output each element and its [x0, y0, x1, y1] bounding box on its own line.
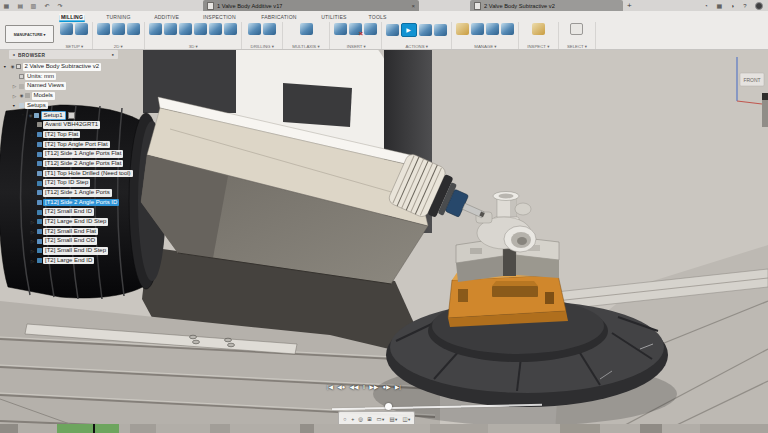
visibility-eye-icon[interactable]: ◉ — [10, 64, 14, 69]
remove-tool-icon[interactable] — [349, 23, 362, 35]
3d-adaptive-icon[interactable] — [149, 23, 162, 35]
expand-arrow-icon[interactable]: ▷ — [13, 84, 17, 89]
toolbar-group-label[interactable]: ACTIONS ▾ — [405, 44, 428, 49]
toolbar-group-label[interactable]: INSPECT ▾ — [528, 44, 550, 49]
slider-track[interactable] — [332, 404, 542, 410]
tree-item-label[interactable]: [T2] Top Angle Port Flat — [43, 141, 110, 149]
browser-collapse-icon[interactable]: ◂ — [12, 52, 14, 57]
tree-item-label[interactable]: [T2] Small End ID Step — [43, 247, 108, 255]
multi-axis-flow-icon[interactable] — [300, 23, 313, 35]
document-tab[interactable]: 1 Valve Body Additive v17× — [203, 0, 419, 11]
expand-arrow-icon[interactable]: ▷ — [31, 249, 35, 254]
new-setup-icon[interactable] — [60, 23, 73, 35]
tree-item-label[interactable]: [T12] Side 1 Angle Ports — [43, 189, 112, 197]
tab-inspection[interactable]: INSPECTION — [201, 13, 237, 20]
expand-arrow-icon[interactable]: ▷ — [31, 220, 35, 225]
expand-arrow-icon[interactable]: ▶ — [31, 210, 35, 214]
2d-pocket-icon[interactable] — [112, 23, 125, 35]
new-document-tab-button[interactable]: + — [627, 1, 632, 10]
tree-item-label[interactable]: [T1] Top Hole Drilled (Need tool) — [43, 170, 133, 178]
tool-pair-icon[interactable] — [364, 23, 377, 35]
expand-arrow-icon[interactable]: ▷ — [31, 258, 35, 263]
tree-item-label[interactable]: [T12] Side 2 Angle Ports Flat — [43, 160, 123, 168]
tree-item-label[interactable]: 2 Valve Body Subtractive v2 — [23, 63, 102, 71]
toolbar-group-label[interactable]: MULTI-AXIS ▾ — [293, 44, 320, 49]
tree-item-label[interactable]: Named Views — [25, 82, 66, 90]
tab-turning[interactable]: TURNING — [105, 13, 133, 20]
tree-item-label[interactable]: [T12] Side 2 Angle Ports ID — [43, 199, 119, 207]
pan-icon[interactable]: + — [351, 416, 354, 421]
zoom-icon[interactable]: ◎ — [358, 415, 363, 421]
avatar[interactable] — [755, 2, 763, 10]
drill-icon[interactable] — [248, 23, 261, 35]
fit-icon[interactable]: ⊞ — [368, 415, 373, 421]
close-tab-icon[interactable]: × — [411, 3, 415, 9]
tree-item-label[interactable]: Units: mm — [25, 73, 56, 81]
expand-arrow-icon[interactable]: ▾ — [4, 65, 8, 69]
tree-item-label[interactable]: Avanti VBH42GRT1 — [43, 121, 100, 129]
tab-tools[interactable]: TOOLS — [367, 13, 388, 20]
tree-item-label[interactable]: [T2] Large End ID — [43, 257, 94, 265]
tab-milling[interactable]: MILLING — [59, 13, 85, 20]
insert-tool-icon[interactable] — [334, 23, 347, 35]
3d-parallel-icon[interactable] — [194, 23, 207, 35]
expand-arrow-icon[interactable]: ▶ — [31, 152, 35, 156]
toolbar-group-label[interactable]: 2D ▾ — [114, 44, 123, 49]
tree-item-label[interactable]: [T2] Small End OD — [43, 237, 97, 245]
expand-arrow-icon[interactable]: ▶ — [31, 191, 35, 195]
help-icon[interactable]: ? — [743, 3, 746, 9]
toolbar-group-label[interactable]: DRILLING ▾ — [251, 44, 274, 49]
skip-to-end-button[interactable]: ▶| — [395, 383, 401, 391]
step-forward-button[interactable]: ▶▶ — [369, 383, 378, 391]
expand-arrow-icon[interactable]: ▷ — [13, 94, 17, 99]
right-edge-tab[interactable] — [762, 93, 768, 127]
tree-item-label[interactable]: [T12] Side 1 Angle Ports Flat — [43, 150, 123, 158]
expand-arrow-icon[interactable]: ▾ — [13, 103, 17, 107]
toolbar-group-label[interactable]: INSERT ▾ — [346, 44, 365, 49]
post-process-icon[interactable] — [419, 24, 432, 36]
browser-options-icon[interactable]: ● — [112, 52, 115, 56]
display-settings-icon[interactable]: ▭▾ — [377, 415, 385, 421]
expand-arrow-icon[interactable]: ▷ — [31, 239, 35, 244]
toolbar-group-label[interactable]: SETUP ▾ — [65, 44, 83, 49]
nc-program-icon[interactable] — [486, 23, 499, 35]
2d-face-icon[interactable] — [97, 23, 110, 35]
tool-library-icon[interactable] — [456, 23, 469, 35]
next-operation-button[interactable]: ●▶ — [382, 383, 390, 391]
task-manager-icon[interactable] — [471, 23, 484, 35]
tree-item-label[interactable]: [T2] Small End ID — [43, 208, 94, 216]
3d-spiral-icon[interactable] — [224, 23, 237, 35]
notifications-icon[interactable]: ◗ — [731, 3, 735, 9]
3d-contour-icon[interactable] — [179, 23, 192, 35]
expand-arrow-icon[interactable]: ▶ — [31, 171, 35, 175]
generate-icon[interactable] — [386, 24, 399, 36]
tree-item-label[interactable]: Setups — [25, 102, 48, 110]
viewports-icon[interactable]: ◫▾ — [402, 415, 410, 421]
expand-arrow-icon[interactable]: ▶ — [31, 200, 35, 204]
browser-header[interactable]: ◂ BROWSER ● — [9, 50, 118, 59]
progress-segment[interactable] — [57, 424, 119, 433]
tree-item-label[interactable]: [T2] Top ID Step — [43, 179, 90, 187]
tab-additive[interactable]: ADDITIVE — [152, 13, 180, 20]
undo-icon[interactable]: ↶ — [44, 3, 49, 9]
skip-to-start-button[interactable]: |◀ — [327, 383, 333, 391]
visibility-eye-icon[interactable]: ◉ — [28, 113, 32, 118]
2d-contour-icon[interactable] — [127, 23, 140, 35]
file-menu-icon[interactable]: ▤ — [17, 3, 23, 9]
expand-arrow-icon[interactable]: ▶ — [31, 142, 35, 146]
workspace-selector[interactable]: MANUFACTURE ▾ — [5, 25, 54, 43]
select-icon[interactable] — [570, 23, 583, 35]
bore-icon[interactable] — [263, 23, 276, 35]
orbit-icon[interactable]: ○ — [343, 416, 346, 421]
tree-item-label[interactable]: [T2] Small End Flat — [43, 228, 98, 236]
toolbar-group-label[interactable]: SELECT ▾ — [567, 44, 587, 49]
expand-arrow-icon[interactable]: ▶ — [31, 162, 35, 166]
measure-icon[interactable] — [532, 23, 545, 35]
save-icon[interactable]: ▥ — [31, 3, 37, 9]
slider-handle[interactable] — [385, 403, 392, 410]
expand-arrow-icon[interactable]: ▷ — [31, 229, 35, 234]
setup-sheet-icon[interactable] — [434, 24, 447, 36]
step-back-button[interactable]: ◀◀ — [349, 383, 358, 391]
simulate-machine-icon[interactable] — [401, 23, 417, 37]
document-tab[interactable]: 2 Valve Body Subtractive v2 — [470, 0, 623, 11]
